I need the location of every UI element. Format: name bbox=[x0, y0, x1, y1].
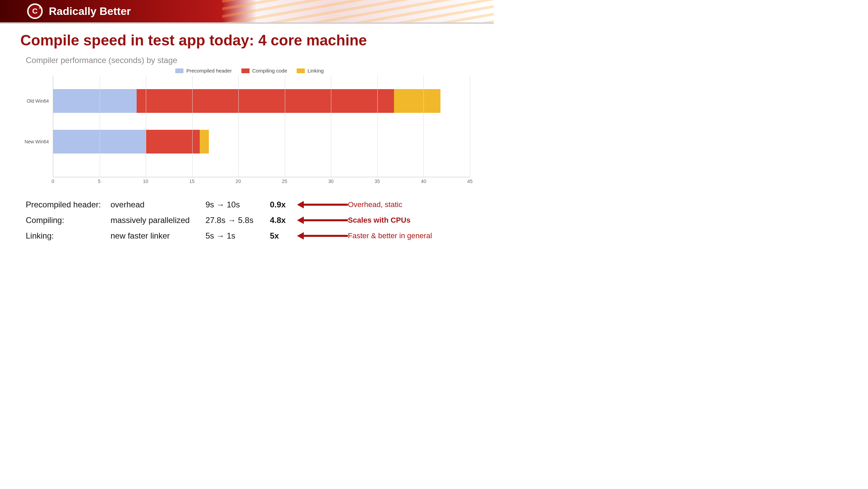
bar-segment bbox=[146, 130, 199, 154]
bar-segment bbox=[137, 89, 394, 113]
gridline bbox=[146, 76, 146, 177]
stage-note: Faster & better in general bbox=[348, 231, 473, 240]
x-tick-label: 15 bbox=[189, 179, 195, 184]
content: Compile speed in test app today: 4 core … bbox=[0, 24, 494, 244]
y-axis-label: Old Win64 bbox=[19, 98, 53, 104]
cpp-logo-icon: C ++ bbox=[27, 3, 43, 19]
x-tick-label: 30 bbox=[328, 179, 334, 184]
stage-change: 27.8s → 5.8s bbox=[205, 216, 270, 225]
chart-title: Compiler performance (seconds) by stage bbox=[26, 56, 473, 65]
legend-item-precompiled: Precompiled header bbox=[175, 68, 232, 74]
logo-plus: ++ bbox=[39, 7, 42, 9]
stage-factor: 0.9x bbox=[270, 200, 297, 209]
x-tick-label: 35 bbox=[375, 179, 380, 184]
legend-label: Compiling code bbox=[252, 68, 287, 74]
x-tick-label: 25 bbox=[282, 179, 288, 184]
page-title: Compile speed in test app today: 4 core … bbox=[20, 32, 473, 49]
gridline bbox=[100, 76, 100, 177]
stage-note: Scales with CPUs bbox=[348, 216, 473, 225]
legend: Precompiled header Compiling code Linkin… bbox=[26, 68, 473, 74]
stage-note: Overhead, static bbox=[348, 200, 473, 209]
arrow-left-icon bbox=[297, 201, 348, 208]
stage-factor: 5x bbox=[270, 231, 297, 241]
stage-label: Precompiled header: bbox=[26, 200, 111, 209]
bar-segment bbox=[53, 89, 137, 113]
x-tick-label: 5 bbox=[98, 179, 101, 184]
stage-label: Linking: bbox=[26, 231, 111, 241]
x-axis-ticks: 051015202530354045 bbox=[53, 177, 470, 187]
stage-label: Compiling: bbox=[26, 216, 111, 225]
gridline bbox=[470, 76, 470, 177]
arrow-left-icon bbox=[297, 232, 348, 239]
arrow-left-icon bbox=[297, 217, 348, 224]
summary-table: Precompiled header: overhead 9s → 10s 0.… bbox=[26, 197, 473, 244]
gridline bbox=[423, 76, 424, 177]
x-tick-label: 10 bbox=[143, 179, 149, 184]
legend-item-linking: Linking bbox=[297, 68, 324, 74]
x-tick-label: 40 bbox=[421, 179, 427, 184]
summary-row: Linking: new faster linker 5s → 1s 5x Fa… bbox=[26, 228, 473, 244]
bar-row bbox=[53, 89, 470, 113]
plot: Old Win64 New Win64 051015202530354045 bbox=[53, 76, 470, 187]
header-title: Radically Better bbox=[49, 5, 131, 18]
gridline bbox=[238, 76, 239, 177]
logo-letter: C bbox=[32, 7, 38, 16]
stage-factor: 4.8x bbox=[270, 216, 297, 225]
swatch-icon bbox=[241, 68, 250, 73]
x-tick-label: 0 bbox=[52, 179, 54, 184]
chart: Precompiled header Compiling code Linkin… bbox=[26, 68, 473, 187]
legend-label: Precompiled header bbox=[186, 68, 232, 74]
stage-desc: overhead bbox=[111, 200, 205, 209]
y-axis-label: New Win64 bbox=[19, 139, 53, 144]
x-tick-label: 45 bbox=[467, 179, 473, 184]
gridline bbox=[331, 76, 331, 177]
plot-area bbox=[53, 76, 470, 177]
header-bar: C ++ Radically Better bbox=[0, 0, 494, 23]
bar-segment bbox=[394, 89, 440, 113]
bar-row bbox=[53, 130, 470, 154]
stage-change: 9s → 10s bbox=[205, 200, 270, 209]
gridline bbox=[377, 76, 378, 177]
stage-desc: new faster linker bbox=[111, 231, 205, 241]
stage-desc: massively parallelized bbox=[111, 216, 205, 225]
legend-item-compiling: Compiling code bbox=[241, 68, 287, 74]
swatch-icon bbox=[175, 68, 183, 73]
stage-change: 5s → 1s bbox=[205, 231, 270, 241]
legend-label: Linking bbox=[308, 68, 324, 74]
bar-segment bbox=[200, 130, 209, 154]
swatch-icon bbox=[297, 68, 305, 73]
gridline bbox=[285, 76, 285, 177]
slide: C ++ Radically Better Compile speed in t… bbox=[0, 0, 494, 278]
summary-row: Compiling: massively parallelized 27.8s … bbox=[26, 212, 473, 228]
summary-row: Precompiled header: overhead 9s → 10s 0.… bbox=[26, 197, 473, 212]
x-tick-label: 20 bbox=[236, 179, 241, 184]
gridline bbox=[192, 76, 193, 177]
